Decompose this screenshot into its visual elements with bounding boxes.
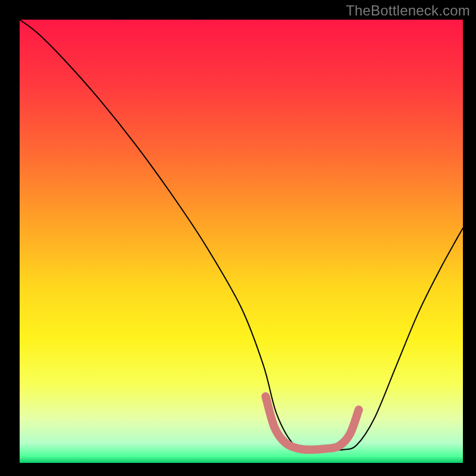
chart-frame: TheBottleneck.com bbox=[0, 0, 476, 476]
bottleneck-chart bbox=[0, 0, 476, 476]
gradient-background bbox=[20, 20, 463, 463]
